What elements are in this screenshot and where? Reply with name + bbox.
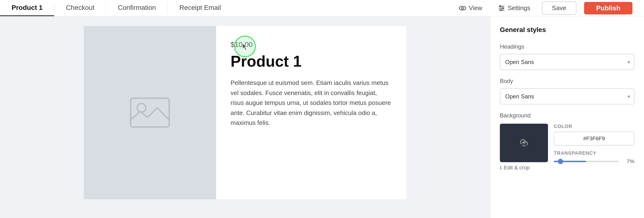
top-navigation: Product 1 Checkout Confirmation Receipt … [0,0,644,16]
bg-color-column: COLOR #F3F6F9 TRANSPARENCY 7% [554,124,634,164]
body-select-wrapper: Open SansArialRobotoLatoMontserrat ▾ [500,88,634,104]
svg-point-7 [500,10,501,10]
tab-product1[interactable]: Product 1 [0,0,54,16]
right-panel: General styles Headings Open SansArialRo… [490,16,644,218]
svg-point-5 [500,6,501,7]
nav-spacer [232,0,455,16]
view-label: View [469,4,482,12]
settings-button[interactable]: Settings [494,2,534,14]
svg-point-0 [459,6,466,10]
tab-confirmation[interactable]: Confirmation [106,0,168,16]
settings-label: Settings [508,4,530,12]
transparency-row: 7% [554,158,634,164]
nav-actions: View Settings Save Publish [455,0,644,16]
tab-receipt-email[interactable]: Receipt Email [168,0,232,16]
transparency-label: TRANSPARENCY [554,150,634,156]
canvas-area: $10.00 Product 1 Pellentesque ut euismod… [0,16,490,218]
svg-rect-8 [131,98,169,127]
edit-crop-label: Edit & crop [504,164,530,171]
view-button[interactable]: View [455,2,486,14]
image-placeholder-icon [126,93,174,132]
publish-button[interactable]: Publish [584,2,632,14]
transparency-slider[interactable] [554,161,618,162]
headings-label: Headings [500,43,634,50]
color-swatch-button[interactable]: #F3F6F9 [554,132,634,146]
product-image-placeholder [84,26,216,199]
svg-point-6 [502,8,503,9]
product-title: Product 1 [230,52,392,70]
cursor-circle [234,36,256,57]
background-label: Background [500,112,634,119]
upload-cloud-icon [518,138,529,148]
save-button[interactable]: Save [542,2,576,15]
svg-point-9 [137,104,146,112]
settings-icon [498,4,506,12]
bg-image-column: ℹ Edit & crop [500,124,548,171]
background-row: ℹ Edit & crop COLOR #F3F6F9 TRANSPARENCY… [500,124,634,171]
eye-icon [459,4,466,12]
main-layout: $10.00 Product 1 Pellentesque ut euismod… [0,16,644,218]
panel-title: General styles [500,26,634,34]
edit-crop-button[interactable]: ℹ Edit & crop [500,164,548,171]
transparency-value: 7% [622,158,634,164]
color-label: COLOR [554,124,634,129]
cursor-arrow-icon [240,42,250,51]
bg-image-upload-box[interactable] [500,124,548,162]
headings-select[interactable]: Open SansArialRobotoLatoMontserrat [500,54,634,70]
tab-checkout[interactable]: Checkout [54,0,106,16]
svg-point-1 [462,7,464,9]
body-select[interactable]: Open SansArialRobotoLatoMontserrat [500,88,634,104]
headings-select-wrapper: Open SansArialRobotoLatoMontserrat ▾ [500,54,634,70]
product-description: Pellentesque ut euismod sem. Etiam iacul… [230,78,392,128]
body-label: Body [500,78,634,84]
info-icon: ℹ [500,165,502,170]
